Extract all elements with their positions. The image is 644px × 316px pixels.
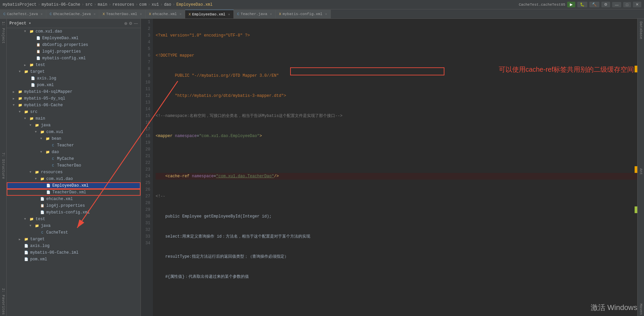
tree-item-dao-folder[interactable]: ▼ 📁 dao — [7, 149, 141, 155]
tree-item-com-xu1[interactable]: ▼ 📁 com.xu1 — [7, 129, 141, 135]
tree-item-employeedao-xml-top[interactable]: 📄 EmployeeDao.xml — [7, 35, 141, 42]
tree-item-main[interactable]: ▼ 📁 main — [7, 115, 141, 122]
tab-employeedao-xml[interactable]: X EmployeeDao.xml ✕ — [185, 10, 234, 18]
tree-item-test-top[interactable]: ▶ 📁 test — [7, 62, 141, 68]
tree-item-cachetest[interactable]: C CacheTest — [7, 229, 141, 236]
code-line-8: <cache-ref namespace = "com.xu1.dao.Teac… — [156, 173, 637, 180]
tab-label: Teacher.java — [241, 12, 267, 16]
sidebar-gear-btn[interactable]: ⚙ — [129, 21, 132, 26]
tab-close-icon[interactable]: ✕ — [41, 12, 43, 16]
tree-item-pom-bottom[interactable]: 📄 pom.xml — [7, 256, 141, 263]
java-icon: C — [3, 12, 6, 16]
tree-item-mybatis-config[interactable]: 📄 mybatis-config.xml — [7, 209, 141, 216]
close-button[interactable]: ✕ — [633, 2, 641, 7]
tab-teacher-java[interactable]: C Teacher.java ✕ — [234, 10, 276, 18]
folder-icon: 📁 — [23, 237, 29, 242]
tree-item-log4j-top[interactable]: 📋 log4j.properties — [7, 48, 141, 55]
props-icon: 📋 — [36, 49, 41, 54]
folder-icon: 📁 — [17, 89, 23, 94]
tree-item-resources[interactable]: ▼ 📁 resources — [7, 169, 141, 176]
editor-content[interactable]: 12345 678910 1112131415 1617181920 21222… — [141, 19, 637, 316]
tree-item-java-test[interactable]: ▼ 📁 java — [7, 223, 141, 229]
folder-icon: 📁 — [45, 149, 50, 155]
tree-item-mybatis06[interactable]: ▼ 📁 mybatis-06-Cache — [7, 102, 141, 109]
favorites-panel-label[interactable]: 2: Favorites — [1, 287, 6, 316]
tab-ehcachecache[interactable]: C EhcacheCache.java ✕ — [46, 10, 99, 18]
structure-panel-label[interactable]: 7: Structure — [1, 151, 6, 180]
right-indicator-1 — [635, 66, 637, 72]
tree-item-mybatis04[interactable]: ▶ 📁 mybatis-04-sqlMapper — [7, 88, 141, 95]
debug-button[interactable]: 🐛 — [577, 2, 587, 7]
folder-icon: 📁 — [29, 116, 34, 121]
tree-item-teacherdao-java[interactable]: C TeacherDao — [7, 162, 141, 169]
tree-item-pom-top[interactable]: 📄 pom.xml — [7, 82, 141, 88]
tab-ehcache-xml[interactable]: X ehcache.xml ✕ — [146, 10, 185, 18]
maximize-button[interactable]: □ — [623, 2, 631, 7]
tree-item-label: TeacherDao — [57, 163, 81, 168]
maven-panel-label[interactable]: Maven — [638, 302, 644, 316]
database-panel-label[interactable]: Database — [638, 20, 644, 41]
sidebar-scope-btn[interactable]: ⊕ — [124, 21, 127, 26]
build-button[interactable]: 🔨 — [589, 2, 599, 7]
tab-label: CacheTest.java — [7, 12, 38, 16]
code-line-10: public Employee getEmployeeById(Integer … — [156, 213, 637, 220]
sidebar-header: Project ▾ ⊕ ⚙ — — [7, 19, 141, 28]
tree-item-mycache[interactable]: C MyCache — [7, 155, 141, 162]
tree-item-java[interactable]: ▼ 📁 java — [7, 122, 141, 129]
tree-item-axis-log[interactable]: 📄 axis.log — [7, 75, 141, 82]
tree-item-label: axis.log — [30, 244, 50, 248]
tree-item-label: mybatis-06-Cache.iml — [30, 250, 78, 255]
tree-item-label: target — [30, 237, 45, 242]
tab-close-icon[interactable]: ✕ — [179, 12, 181, 16]
right-indicator-2 — [635, 166, 637, 173]
right-tool-panel: Database Ant Maven — [637, 19, 644, 316]
tree-item-label: java — [41, 123, 51, 128]
tree-item-mybatis-config-top[interactable]: 📄 mybatis-config.xml — [7, 55, 141, 62]
tab-close-icon[interactable]: ✕ — [94, 12, 96, 16]
folder-src-icon: 📁 — [34, 223, 40, 229]
settings-button[interactable]: ⚙ — [601, 2, 610, 7]
tree-item-log4j[interactable]: 📋 log4j.properties — [7, 202, 141, 209]
tab-cachetest[interactable]: C CacheTest.java ✕ — [0, 10, 46, 18]
tree-item-dbconfig[interactable]: 📋 dbConfig.properties — [7, 42, 141, 48]
tree-item-bean-folder[interactable]: ▼ 📁 bean — [7, 135, 141, 142]
tab-teacherdao-xml[interactable]: X TeacherDao.xml ✕ — [99, 10, 146, 18]
tree-item-employeedao-xml[interactable]: 📄 EmployeeDao.xml — [7, 182, 141, 189]
tree-item-ehcache-xml[interactable]: 📄 ehcache.xml — [7, 196, 141, 202]
tree-item-target-bottom[interactable]: ▶ 📁 target — [7, 236, 141, 243]
tab-close-icon[interactable]: ✕ — [270, 12, 272, 16]
breadcrumb-part2: mybatis-06-Cache — [42, 2, 80, 7]
java-icon: C — [50, 12, 52, 16]
tab-close-icon[interactable]: ✕ — [140, 12, 142, 16]
tree-item-test[interactable]: ▼ 📁 test — [7, 216, 141, 223]
tree-item-com-xu1-dao-top[interactable]: ▼ 📁 com.xu1.dao — [7, 28, 141, 35]
folder-icon: 📁 — [17, 103, 23, 108]
minimize-button[interactable]: — — [612, 2, 621, 7]
tree-item-src[interactable]: ▼ 📁 src — [7, 109, 141, 115]
tree-item-teacher-java[interactable]: C Teacher — [7, 142, 141, 149]
project-panel-label[interactable]: 1: Project — [1, 20, 6, 45]
props-icon: 📋 — [40, 203, 45, 208]
tree-item-label: mybatis-06-Cache — [24, 103, 63, 108]
java-icon: C — [40, 230, 45, 235]
toolbar-right: CacheTest.cacheTest05 ▶ 🐛 🔨 ⚙ — □ ✕ — [519, 2, 641, 7]
tab-close-icon[interactable]: ✕ — [228, 12, 230, 16]
tree-item-mybatis05[interactable]: ▶ 📁 mybatis-05-dy_sql — [7, 95, 141, 102]
tree-item-teacherdao-xml[interactable]: 📄 TeacherDao.xml — [7, 189, 141, 196]
file-icon: 📄 — [30, 76, 36, 81]
tab-mybatis-config[interactable]: X mybatis-config.xml ✕ — [276, 10, 331, 18]
java-icon: C — [50, 163, 56, 168]
sidebar-collapse-btn[interactable]: — — [134, 21, 138, 26]
tree-item-target-top[interactable]: ▼ 📁 target — [7, 68, 141, 75]
code-line-9: <!-- — [156, 193, 637, 200]
tree-item-axis-log-bottom[interactable]: 📄 axis.log — [7, 243, 141, 249]
ant-panel-label[interactable]: Ant — [638, 167, 644, 176]
run-button[interactable]: ▶ — [567, 2, 575, 7]
file-icon: 📄 — [23, 243, 29, 249]
tree-item-label: resources — [41, 170, 63, 175]
folder-icon: 📁 — [45, 136, 50, 141]
tab-close-icon[interactable]: ✕ — [325, 12, 327, 16]
tree-item-mybatis06-iml[interactable]: 📄 mybatis-06-Cache.iml — [7, 249, 141, 256]
tree-item-com-xu1-dao[interactable]: ▼ 📁 com.xu1.dao — [7, 176, 141, 182]
run-config-label: CacheTest.cacheTest05 — [519, 3, 566, 7]
